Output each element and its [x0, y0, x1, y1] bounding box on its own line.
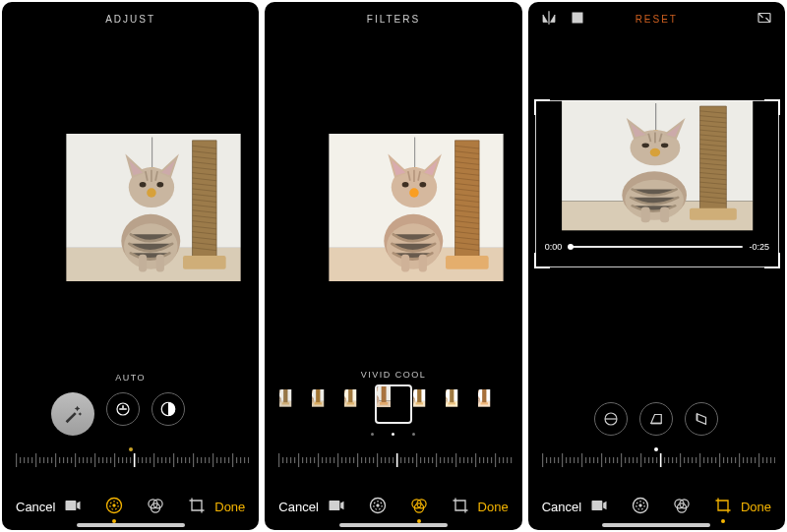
time-remaining: -0:25 [749, 242, 769, 252]
header-title: ADJUST [105, 14, 155, 25]
video-icon [63, 496, 83, 515]
video-timeline[interactable]: 0:00 -0:25 [545, 242, 769, 252]
exposure-button[interactable] [106, 392, 140, 426]
skew-h-icon [693, 410, 710, 428]
crop-tab[interactable] [187, 496, 207, 517]
highlights-button[interactable] [151, 392, 185, 426]
slider-indicator-icon [654, 447, 658, 451]
svg-rect-173 [573, 13, 582, 23]
video-tab[interactable] [589, 496, 609, 517]
filter-page-dots [265, 433, 521, 436]
aspect-ratio-button[interactable] [756, 9, 773, 29]
header-title: FILTERS [367, 14, 420, 25]
filter-intensity-slider[interactable] [274, 449, 512, 471]
photo-content [6, 134, 259, 281]
scrubber-track[interactable] [568, 246, 743, 248]
straighten-slider[interactable] [538, 449, 775, 471]
adjust-tab[interactable] [368, 496, 388, 517]
flip-icon [540, 9, 558, 27]
done-button[interactable]: Done [741, 500, 771, 514]
crop-icon [187, 496, 207, 515]
crop-handle-br[interactable] [764, 253, 780, 268]
home-indicator[interactable] [339, 523, 448, 527]
adjust-icon [104, 496, 124, 515]
crop-icon [451, 496, 470, 515]
rotate-button[interactable] [570, 10, 585, 28]
filter-thumb-dramatic[interactable] [413, 389, 443, 419]
done-button[interactable]: Done [478, 500, 509, 514]
filters-screen: FILTERS VIVID COOL Cancel Done [265, 2, 521, 530]
rotate-icon [570, 10, 585, 26]
crop-tab[interactable] [451, 496, 470, 517]
filter-thumbnails[interactable] [265, 389, 521, 425]
filter-name-label: VIVID COOL [265, 370, 521, 380]
skew-v-icon [647, 410, 665, 428]
auto-enhance-button[interactable] [51, 392, 94, 436]
flip-button[interactable] [540, 9, 558, 29]
contrast-icon [159, 400, 177, 418]
filter-thumb-vivid[interactable] [312, 389, 341, 419]
photo-preview[interactable] [2, 134, 259, 350]
adjust-icon [368, 496, 388, 515]
video-icon [327, 496, 346, 515]
header: ADJUST [2, 2, 259, 35]
filters-icon [409, 496, 429, 515]
slider-indicator-icon [129, 447, 133, 451]
crop-handle-tl[interactable] [534, 99, 550, 115]
cancel-button[interactable]: Cancel [542, 500, 581, 514]
filters-tab[interactable] [146, 496, 165, 517]
crop-controls [528, 402, 785, 436]
adjust-controls [2, 392, 259, 436]
filter-thumb-dramatic-cool[interactable] [478, 389, 508, 419]
exposure-icon [114, 400, 132, 418]
scrubber-knob[interactable] [568, 244, 574, 250]
adjust-tab[interactable] [631, 496, 650, 517]
header: RESET [528, 2, 785, 35]
reset-button[interactable]: RESET [636, 14, 678, 25]
crop-handle-tr[interactable] [764, 99, 780, 115]
crop-screen: RESET 0:00 -0:25 Cancel [528, 2, 785, 530]
filter-thumb-original[interactable] [279, 389, 309, 419]
filter-thumb-vivid-cool[interactable] [377, 386, 410, 422]
crop-tab[interactable] [713, 496, 733, 517]
video-tab[interactable] [63, 496, 83, 517]
filter-thumb-dramatic-warm[interactable] [446, 389, 475, 419]
wand-icon [62, 403, 84, 425]
filters-tab[interactable] [672, 496, 692, 517]
straighten-button[interactable] [594, 402, 628, 436]
video-tab[interactable] [327, 496, 346, 517]
adjust-screen: ADJUST AUTO Cancel [2, 2, 259, 530]
filters-tab[interactable] [409, 496, 429, 517]
aspect-icon [756, 9, 773, 27]
adjust-tab[interactable] [104, 496, 124, 517]
photo-preview[interactable] [265, 134, 521, 350]
filters-icon [146, 496, 165, 515]
cancel-button[interactable]: Cancel [278, 500, 318, 514]
vertical-perspective-button[interactable] [639, 402, 673, 436]
done-button[interactable]: Done [214, 500, 245, 514]
crop-frame[interactable]: 0:00 -0:25 [535, 100, 779, 267]
straighten-icon [602, 410, 620, 428]
active-dot-icon [721, 519, 725, 523]
crop-handle-bl[interactable] [534, 253, 550, 268]
time-current: 0:00 [545, 242, 563, 252]
filters-icon [672, 496, 692, 515]
header: FILTERS [265, 2, 521, 35]
home-indicator[interactable] [77, 523, 185, 527]
photo-content [269, 134, 521, 281]
filter-thumb-vivid-warm[interactable] [344, 389, 374, 419]
cancel-button[interactable]: Cancel [16, 500, 55, 514]
more-adjust-button[interactable] [197, 392, 211, 426]
adjust-icon [631, 496, 650, 515]
adjust-slider[interactable] [12, 449, 249, 471]
video-icon [589, 496, 609, 515]
home-indicator[interactable] [602, 523, 710, 527]
adjust-mode-label: AUTO [2, 373, 259, 383]
crop-icon [713, 496, 733, 515]
horizontal-perspective-button[interactable] [685, 402, 718, 436]
